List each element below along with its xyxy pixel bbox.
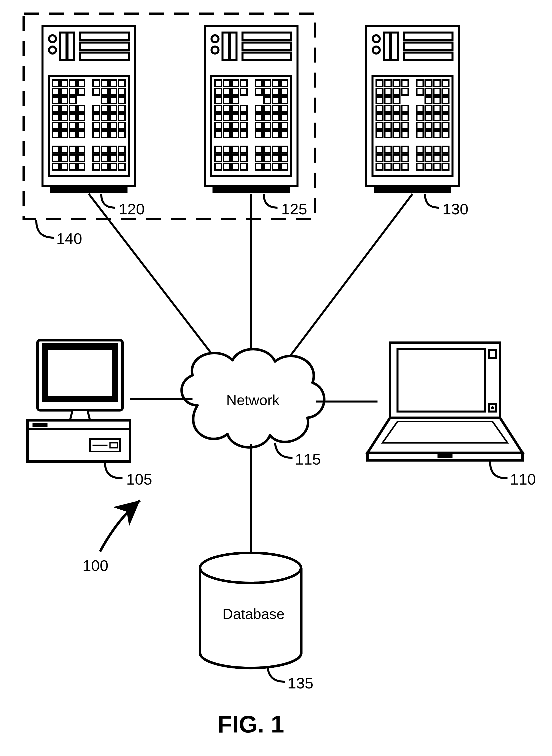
laptop-icon [368, 343, 523, 460]
svg-rect-76 [93, 155, 100, 161]
svg-rect-182 [404, 32, 452, 40]
ref-115: 115 [295, 450, 321, 468]
ref-105: 105 [126, 470, 152, 488]
svg-rect-204 [393, 97, 400, 104]
svg-rect-110 [256, 89, 262, 95]
svg-rect-181 [391, 32, 398, 60]
svg-rect-192 [434, 80, 440, 87]
svg-rect-62 [110, 131, 117, 137]
svg-rect-107 [224, 89, 230, 95]
svg-rect-273 [489, 350, 496, 358]
svg-rect-25 [119, 89, 125, 95]
svg-rect-115 [224, 97, 230, 104]
svg-rect-188 [393, 80, 400, 87]
svg-rect-158 [273, 146, 279, 153]
svg-rect-227 [402, 123, 408, 129]
svg-rect-46 [110, 114, 117, 121]
ref-135: 135 [287, 674, 313, 692]
svg-rect-220 [417, 114, 423, 121]
svg-rect-101 [241, 80, 247, 87]
svg-rect-159 [281, 146, 287, 153]
svg-point-277 [200, 553, 301, 583]
svg-rect-170 [232, 164, 239, 170]
svg-rect-86 [110, 164, 117, 170]
svg-rect-230 [434, 123, 440, 129]
svg-rect-157 [264, 146, 271, 153]
svg-rect-21 [78, 89, 85, 95]
svg-rect-13 [78, 80, 85, 87]
svg-rect-155 [241, 146, 247, 153]
svg-rect-34 [70, 106, 76, 112]
svg-rect-26 [52, 97, 59, 104]
svg-rect-15 [102, 80, 108, 87]
svg-rect-8 [80, 52, 129, 60]
svg-rect-218 [393, 114, 400, 121]
svg-rect-261 [425, 164, 432, 170]
svg-rect-128 [215, 114, 222, 121]
svg-rect-67 [78, 146, 85, 153]
svg-rect-27 [61, 97, 67, 104]
svg-rect-234 [393, 131, 400, 137]
svg-rect-126 [273, 106, 279, 112]
svg-rect-11 [61, 80, 67, 87]
svg-rect-93 [230, 32, 237, 60]
svg-rect-216 [376, 114, 383, 121]
svg-rect-28 [70, 97, 76, 104]
svg-rect-103 [264, 80, 271, 87]
svg-rect-23 [102, 89, 108, 95]
svg-rect-10 [52, 80, 59, 87]
svg-rect-217 [385, 114, 391, 121]
svg-rect-276 [437, 454, 452, 458]
svg-rect-136 [215, 123, 222, 129]
svg-rect-191 [425, 80, 432, 87]
svg-rect-123 [241, 106, 247, 112]
svg-rect-73 [61, 155, 67, 161]
svg-rect-78 [110, 155, 117, 161]
svg-rect-226 [393, 123, 400, 129]
svg-rect-84 [93, 164, 100, 170]
svg-rect-50 [70, 123, 76, 129]
svg-rect-122 [232, 106, 239, 112]
svg-rect-205 [425, 97, 432, 104]
svg-rect-69 [102, 146, 108, 153]
svg-rect-240 [376, 146, 383, 153]
server-left-icon [42, 26, 135, 193]
svg-rect-215 [442, 106, 449, 112]
svg-rect-228 [417, 123, 423, 129]
svg-rect-208 [376, 106, 383, 112]
svg-rect-206 [434, 97, 440, 104]
svg-rect-145 [224, 131, 230, 137]
svg-rect-37 [102, 106, 108, 112]
svg-rect-173 [264, 164, 271, 170]
svg-rect-135 [281, 114, 287, 121]
svg-rect-17 [119, 80, 125, 87]
svg-rect-193 [442, 80, 449, 87]
svg-rect-219 [402, 114, 408, 121]
svg-point-179 [373, 46, 380, 53]
svg-point-178 [373, 35, 380, 42]
svg-rect-147 [241, 131, 247, 137]
svg-rect-57 [61, 131, 67, 137]
svg-rect-114 [215, 97, 222, 104]
svg-rect-190 [417, 80, 423, 87]
svg-rect-141 [264, 123, 271, 129]
svg-rect-38 [110, 106, 117, 112]
svg-rect-144 [215, 131, 222, 137]
svg-rect-260 [417, 164, 423, 170]
svg-rect-265 [45, 346, 115, 399]
svg-rect-118 [273, 97, 279, 104]
svg-rect-32 [52, 106, 59, 112]
svg-rect-72 [52, 155, 59, 161]
svg-rect-130 [232, 114, 239, 121]
svg-rect-168 [215, 164, 222, 170]
svg-rect-150 [273, 131, 279, 137]
svg-rect-14 [93, 80, 100, 87]
svg-rect-257 [385, 164, 391, 170]
svg-rect-12 [70, 80, 76, 87]
svg-rect-111 [264, 89, 271, 95]
svg-rect-195 [385, 89, 391, 95]
svg-rect-202 [376, 97, 383, 104]
svg-rect-117 [264, 97, 271, 104]
svg-rect-109 [241, 89, 247, 95]
svg-rect-161 [224, 155, 230, 161]
